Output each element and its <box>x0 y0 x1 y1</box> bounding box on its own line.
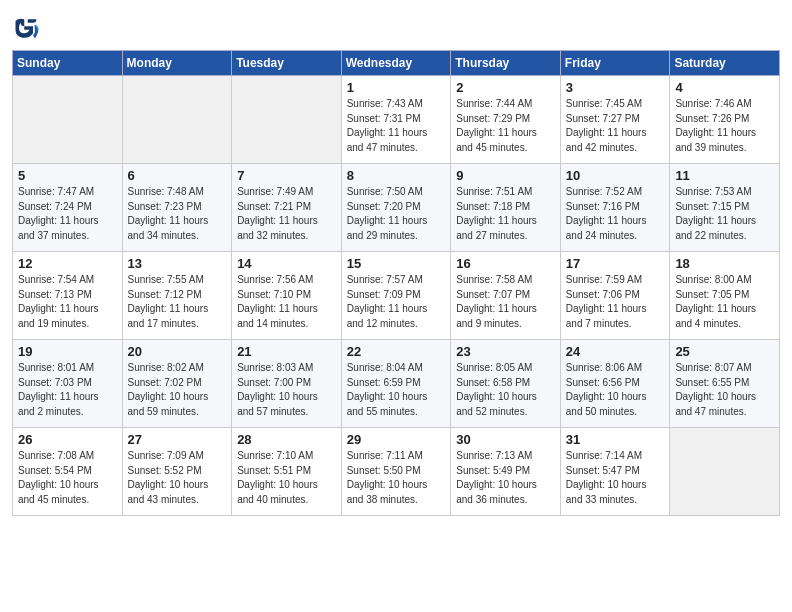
day-number: 14 <box>237 256 336 271</box>
day-detail: Sunrise: 7:11 AM Sunset: 5:50 PM Dayligh… <box>347 449 446 507</box>
day-detail: Sunrise: 8:01 AM Sunset: 7:03 PM Dayligh… <box>18 361 117 419</box>
calendar-cell: 29Sunrise: 7:11 AM Sunset: 5:50 PM Dayli… <box>341 428 451 516</box>
calendar-week-row: 26Sunrise: 7:08 AM Sunset: 5:54 PM Dayli… <box>13 428 780 516</box>
day-detail: Sunrise: 7:10 AM Sunset: 5:51 PM Dayligh… <box>237 449 336 507</box>
day-detail: Sunrise: 7:47 AM Sunset: 7:24 PM Dayligh… <box>18 185 117 243</box>
day-detail: Sunrise: 7:53 AM Sunset: 7:15 PM Dayligh… <box>675 185 774 243</box>
day-number: 19 <box>18 344 117 359</box>
day-number: 21 <box>237 344 336 359</box>
day-number: 23 <box>456 344 555 359</box>
day-detail: Sunrise: 7:43 AM Sunset: 7:31 PM Dayligh… <box>347 97 446 155</box>
day-detail: Sunrise: 7:45 AM Sunset: 7:27 PM Dayligh… <box>566 97 665 155</box>
calendar-table: SundayMondayTuesdayWednesdayThursdayFrid… <box>12 50 780 516</box>
calendar-body: 1Sunrise: 7:43 AM Sunset: 7:31 PM Daylig… <box>13 76 780 516</box>
day-number: 28 <box>237 432 336 447</box>
day-detail: Sunrise: 7:08 AM Sunset: 5:54 PM Dayligh… <box>18 449 117 507</box>
day-detail: Sunrise: 7:55 AM Sunset: 7:12 PM Dayligh… <box>128 273 227 331</box>
weekday-header: Wednesday <box>341 51 451 76</box>
day-number: 3 <box>566 80 665 95</box>
day-detail: Sunrise: 7:49 AM Sunset: 7:21 PM Dayligh… <box>237 185 336 243</box>
day-number: 16 <box>456 256 555 271</box>
calendar-cell: 11Sunrise: 7:53 AM Sunset: 7:15 PM Dayli… <box>670 164 780 252</box>
day-detail: Sunrise: 7:58 AM Sunset: 7:07 PM Dayligh… <box>456 273 555 331</box>
calendar-cell: 22Sunrise: 8:04 AM Sunset: 6:59 PM Dayli… <box>341 340 451 428</box>
weekday-header: Thursday <box>451 51 561 76</box>
day-number: 30 <box>456 432 555 447</box>
calendar-cell: 24Sunrise: 8:06 AM Sunset: 6:56 PM Dayli… <box>560 340 670 428</box>
calendar-cell: 20Sunrise: 8:02 AM Sunset: 7:02 PM Dayli… <box>122 340 232 428</box>
day-number: 25 <box>675 344 774 359</box>
calendar-cell: 5Sunrise: 7:47 AM Sunset: 7:24 PM Daylig… <box>13 164 123 252</box>
calendar-cell: 25Sunrise: 8:07 AM Sunset: 6:55 PM Dayli… <box>670 340 780 428</box>
calendar-cell: 13Sunrise: 7:55 AM Sunset: 7:12 PM Dayli… <box>122 252 232 340</box>
calendar-cell: 28Sunrise: 7:10 AM Sunset: 5:51 PM Dayli… <box>232 428 342 516</box>
calendar-cell: 27Sunrise: 7:09 AM Sunset: 5:52 PM Dayli… <box>122 428 232 516</box>
day-detail: Sunrise: 7:13 AM Sunset: 5:49 PM Dayligh… <box>456 449 555 507</box>
day-detail: Sunrise: 8:02 AM Sunset: 7:02 PM Dayligh… <box>128 361 227 419</box>
day-number: 17 <box>566 256 665 271</box>
day-number: 4 <box>675 80 774 95</box>
day-number: 10 <box>566 168 665 183</box>
calendar-cell: 30Sunrise: 7:13 AM Sunset: 5:49 PM Dayli… <box>451 428 561 516</box>
day-detail: Sunrise: 8:07 AM Sunset: 6:55 PM Dayligh… <box>675 361 774 419</box>
day-detail: Sunrise: 7:14 AM Sunset: 5:47 PM Dayligh… <box>566 449 665 507</box>
weekday-header: Saturday <box>670 51 780 76</box>
weekday-header: Tuesday <box>232 51 342 76</box>
calendar-cell: 1Sunrise: 7:43 AM Sunset: 7:31 PM Daylig… <box>341 76 451 164</box>
day-detail: Sunrise: 7:54 AM Sunset: 7:13 PM Dayligh… <box>18 273 117 331</box>
day-detail: Sunrise: 7:52 AM Sunset: 7:16 PM Dayligh… <box>566 185 665 243</box>
day-detail: Sunrise: 7:59 AM Sunset: 7:06 PM Dayligh… <box>566 273 665 331</box>
day-number: 29 <box>347 432 446 447</box>
calendar-cell: 26Sunrise: 7:08 AM Sunset: 5:54 PM Dayli… <box>13 428 123 516</box>
calendar-cell: 21Sunrise: 8:03 AM Sunset: 7:00 PM Dayli… <box>232 340 342 428</box>
day-number: 26 <box>18 432 117 447</box>
day-detail: Sunrise: 8:05 AM Sunset: 6:58 PM Dayligh… <box>456 361 555 419</box>
calendar-cell: 3Sunrise: 7:45 AM Sunset: 7:27 PM Daylig… <box>560 76 670 164</box>
calendar-cell <box>13 76 123 164</box>
day-detail: Sunrise: 7:50 AM Sunset: 7:20 PM Dayligh… <box>347 185 446 243</box>
day-number: 5 <box>18 168 117 183</box>
calendar-week-row: 5Sunrise: 7:47 AM Sunset: 7:24 PM Daylig… <box>13 164 780 252</box>
day-number: 12 <box>18 256 117 271</box>
day-number: 18 <box>675 256 774 271</box>
day-detail: Sunrise: 7:57 AM Sunset: 7:09 PM Dayligh… <box>347 273 446 331</box>
logo <box>12 14 44 42</box>
day-detail: Sunrise: 7:48 AM Sunset: 7:23 PM Dayligh… <box>128 185 227 243</box>
calendar-week-row: 12Sunrise: 7:54 AM Sunset: 7:13 PM Dayli… <box>13 252 780 340</box>
day-number: 11 <box>675 168 774 183</box>
calendar-week-row: 19Sunrise: 8:01 AM Sunset: 7:03 PM Dayli… <box>13 340 780 428</box>
calendar-cell: 7Sunrise: 7:49 AM Sunset: 7:21 PM Daylig… <box>232 164 342 252</box>
calendar-cell: 17Sunrise: 7:59 AM Sunset: 7:06 PM Dayli… <box>560 252 670 340</box>
logo-icon <box>12 14 40 42</box>
day-detail: Sunrise: 7:44 AM Sunset: 7:29 PM Dayligh… <box>456 97 555 155</box>
calendar-cell <box>122 76 232 164</box>
calendar-cell: 31Sunrise: 7:14 AM Sunset: 5:47 PM Dayli… <box>560 428 670 516</box>
day-detail: Sunrise: 8:00 AM Sunset: 7:05 PM Dayligh… <box>675 273 774 331</box>
calendar-week-row: 1Sunrise: 7:43 AM Sunset: 7:31 PM Daylig… <box>13 76 780 164</box>
day-detail: Sunrise: 7:56 AM Sunset: 7:10 PM Dayligh… <box>237 273 336 331</box>
calendar-cell <box>232 76 342 164</box>
day-number: 6 <box>128 168 227 183</box>
calendar-cell: 10Sunrise: 7:52 AM Sunset: 7:16 PM Dayli… <box>560 164 670 252</box>
calendar-cell: 2Sunrise: 7:44 AM Sunset: 7:29 PM Daylig… <box>451 76 561 164</box>
calendar-cell: 23Sunrise: 8:05 AM Sunset: 6:58 PM Dayli… <box>451 340 561 428</box>
day-detail: Sunrise: 8:03 AM Sunset: 7:00 PM Dayligh… <box>237 361 336 419</box>
day-number: 27 <box>128 432 227 447</box>
calendar-cell: 16Sunrise: 7:58 AM Sunset: 7:07 PM Dayli… <box>451 252 561 340</box>
day-number: 24 <box>566 344 665 359</box>
weekday-header: Friday <box>560 51 670 76</box>
calendar-cell <box>670 428 780 516</box>
day-number: 7 <box>237 168 336 183</box>
calendar-cell: 14Sunrise: 7:56 AM Sunset: 7:10 PM Dayli… <box>232 252 342 340</box>
calendar-cell: 19Sunrise: 8:01 AM Sunset: 7:03 PM Dayli… <box>13 340 123 428</box>
day-number: 31 <box>566 432 665 447</box>
day-number: 20 <box>128 344 227 359</box>
weekday-header: Monday <box>122 51 232 76</box>
day-detail: Sunrise: 8:06 AM Sunset: 6:56 PM Dayligh… <box>566 361 665 419</box>
day-number: 13 <box>128 256 227 271</box>
calendar-header-row: SundayMondayTuesdayWednesdayThursdayFrid… <box>13 51 780 76</box>
page: SundayMondayTuesdayWednesdayThursdayFrid… <box>0 0 792 528</box>
day-number: 8 <box>347 168 446 183</box>
weekday-header: Sunday <box>13 51 123 76</box>
header <box>12 10 780 42</box>
